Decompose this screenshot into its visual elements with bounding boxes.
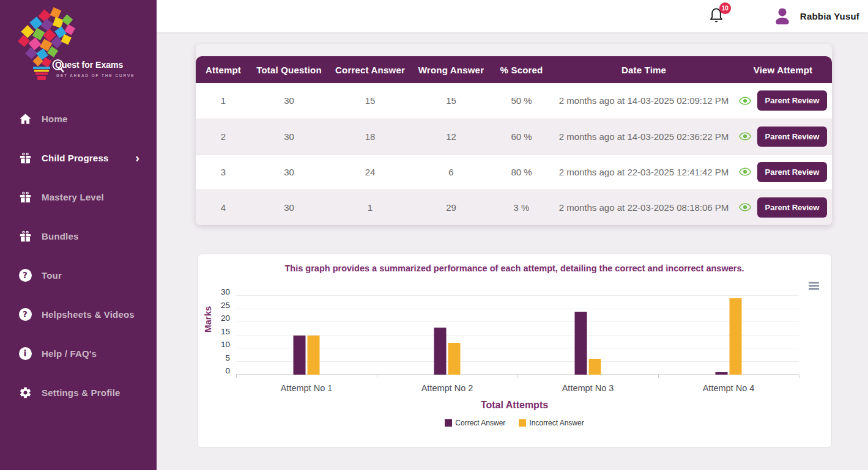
incorrect-answer-bar[interactable] — [730, 298, 742, 375]
y-tick-label: 5 — [209, 353, 230, 362]
logo-title: Quest for Exams — [55, 60, 123, 70]
sidebar: Quest for Exams GET AHEAD OF THE CURVE H… — [0, 0, 157, 470]
col-view-attempt: View Attempt — [734, 56, 832, 83]
parent-review-button[interactable]: Parent Review — [757, 162, 828, 182]
table-cell: 80 % — [489, 154, 554, 189]
table-body: 130151550 %2 months ago at 14-03-2025 02… — [196, 83, 832, 225]
col-attempt: Attempt — [196, 56, 251, 83]
x-tick-mark — [517, 375, 518, 378]
y-tick-label: 30 — [209, 287, 230, 296]
sidebar-item-label: Tour — [42, 270, 62, 281]
view-attempt-cell: Parent Review — [734, 83, 832, 119]
chart-title: This graph provides a summarized perform… — [198, 263, 831, 273]
gridline — [236, 321, 799, 322]
gift-icon — [18, 190, 32, 204]
chart-legend: Correct AnswerIncorrect Answer — [198, 419, 831, 427]
col-total-question: Total Question — [251, 56, 327, 83]
correct-answer-bar[interactable] — [294, 336, 306, 375]
bar-group — [434, 328, 461, 375]
correct-answer-bar[interactable] — [575, 312, 587, 375]
table-cell: 18 — [327, 119, 413, 154]
parent-review-button[interactable]: Parent Review — [757, 127, 828, 147]
sidebar-item-helpsheets-videos[interactable]: ? Helpsheets & Videos — [0, 295, 157, 334]
parent-review-button[interactable]: Parent Review — [757, 197, 828, 218]
balloon-logo-icon: Quest for Exams GET AHEAD OF THE CURVE — [9, 5, 137, 83]
x-tick-mark — [799, 375, 799, 378]
sidebar-item-bundles[interactable]: Bundles — [0, 216, 157, 255]
gift-icon — [18, 151, 32, 164]
correct-answer-bar[interactable] — [434, 328, 447, 375]
main-content: Attempt Total Question Correct Answer Wr… — [157, 32, 868, 470]
table-cell: 2 months ago at 22-03-2025 12:41:42 PM — [554, 154, 734, 189]
x-category-label: Attempt No 2 — [377, 383, 517, 393]
gridline — [236, 348, 799, 348]
x-category-label: Attempt No 4 — [658, 383, 799, 393]
x-category-label: Attempt No 1 — [236, 383, 377, 393]
table-cell: 30 — [251, 83, 327, 119]
col-wrong-answer: Wrong Answer — [413, 56, 489, 83]
app-logo[interactable]: Quest for Exams GET AHEAD OF THE CURVE — [0, 0, 157, 86]
avatar-icon — [772, 6, 793, 27]
top-header: 10 Rabbia Yusuf — [157, 0, 868, 32]
table-row: 130151550 %2 months ago at 14-03-2025 02… — [196, 83, 832, 119]
table-row: 230181260 %2 months ago at 14-03-2025 02… — [196, 119, 832, 154]
table-cell: 1 — [196, 83, 251, 119]
table-cell: 30 — [251, 154, 327, 189]
legend-item[interactable]: Correct Answer — [445, 419, 505, 427]
sidebar-item-label: Mastery Level — [42, 192, 104, 202]
table-cell: 12 — [413, 119, 489, 154]
chevron-right-icon[interactable]: › — [135, 152, 139, 164]
sidebar-item-settings-profile[interactable]: Settings & Profile — [0, 373, 157, 412]
logo-tagline: GET AHEAD OF THE CURVE — [56, 73, 135, 78]
chart-plot: 051015202530 — [236, 296, 799, 375]
table-cell: 2 months ago at 14-03-2025 02:09:12 PM — [554, 83, 734, 119]
incorrect-answer-bar[interactable] — [448, 343, 461, 375]
table-cell: 6 — [413, 154, 489, 189]
chart-menu-icon[interactable] — [809, 282, 819, 291]
table-cell: 30 — [251, 119, 327, 154]
performance-chart-card: This graph provides a summarized perform… — [197, 254, 832, 448]
gridline — [236, 309, 799, 309]
parent-review-button[interactable]: Parent Review — [757, 90, 828, 111]
table-header-row: Attempt Total Question Correct Answer Wr… — [196, 56, 832, 83]
sidebar-item-label: Help / FAQ's — [42, 348, 97, 359]
user-name: Rabbia Yusuf — [800, 11, 859, 21]
notification-bell[interactable]: 10 — [708, 7, 724, 26]
y-tick-label: 0 — [209, 366, 230, 375]
correct-answer-bar[interactable] — [716, 372, 728, 375]
view-attempt-eye-icon[interactable] — [739, 97, 751, 105]
sidebar-item-home[interactable]: Home — [0, 99, 157, 138]
col-correct-answer: Correct Answer — [327, 56, 413, 83]
view-attempt-cell: Parent Review — [734, 119, 832, 154]
legend-item[interactable]: Incorrect Answer — [519, 419, 584, 427]
table-cell: 3 % — [489, 189, 554, 225]
info-circle-icon: i — [18, 347, 32, 360]
incorrect-answer-bar[interactable] — [589, 359, 601, 375]
y-tick-label: 25 — [209, 301, 230, 310]
gridline — [236, 335, 799, 336]
legend-label: Correct Answer — [455, 419, 505, 427]
attempts-table: Attempt Total Question Correct Answer Wr… — [196, 56, 832, 225]
gear-icon — [18, 386, 32, 399]
view-attempt-eye-icon[interactable] — [739, 203, 751, 211]
incorrect-answer-bar[interactable] — [308, 336, 320, 375]
sidebar-item-label: Home — [42, 114, 67, 124]
table-row: 33024680 %2 months ago at 22-03-2025 12:… — [196, 154, 832, 189]
table-cell: 2 months ago at 22-03-2025 08:18:06 PM — [554, 189, 734, 225]
view-attempt-eye-icon[interactable] — [739, 167, 751, 176]
table-row: 4301293 %2 months ago at 22-03-2025 08:1… — [196, 189, 832, 225]
view-attempt-eye-icon[interactable] — [739, 132, 751, 141]
user-menu[interactable]: Rabbia Yusuf — [772, 6, 859, 27]
sidebar-item-mastery-level[interactable]: Mastery Level — [0, 177, 157, 216]
gridline — [236, 361, 799, 362]
legend-swatch — [519, 419, 526, 427]
table-cell: 1 — [327, 189, 413, 225]
question-circle-icon: ? — [18, 307, 32, 321]
sidebar-item-tour[interactable]: ? Tour — [0, 255, 157, 295]
table-cell: 50 % — [489, 83, 554, 119]
sidebar-item-child-progress[interactable]: Child Progress › — [0, 138, 157, 177]
sidebar-item-help-faq[interactable]: i Help / FAQ's — [0, 334, 157, 373]
sidebar-nav: Home Child Progress › Mastery Level Bund… — [0, 99, 157, 412]
gift-icon — [18, 229, 32, 243]
x-category-label: Attempt No 3 — [517, 383, 658, 393]
